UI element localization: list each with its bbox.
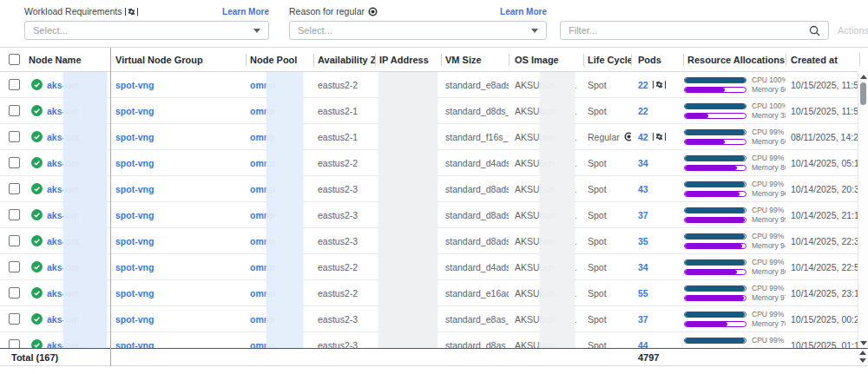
node-pool-link[interactable]: omnp [250, 210, 275, 220]
row-checkbox[interactable] [9, 105, 20, 116]
virtual-node-group-link[interactable]: spot-vng [115, 184, 154, 194]
node-pool-link[interactable]: omnp [250, 236, 275, 246]
node-pool-link[interactable]: omnp [250, 314, 275, 325]
row-checkbox[interactable] [9, 157, 20, 168]
node-name-link[interactable]: aks-om [47, 236, 79, 246]
cpu-label: CPU 99% [752, 336, 784, 344]
scroll-up-arrow[interactable] [860, 75, 867, 79]
virtual-node-group-link[interactable]: spot-vng [115, 340, 154, 349]
node-name-link[interactable]: aks-om [47, 210, 79, 220]
column-resizer-handle[interactable] [859, 53, 860, 66]
pods-count-link[interactable]: 34 [638, 262, 648, 272]
node-name-link[interactable]: aks-om [47, 106, 79, 116]
workload-requirements-select[interactable]: Select... [24, 21, 269, 40]
header-virtual-node-group[interactable]: Virtual Node Group [110, 48, 246, 71]
pods-count-link[interactable]: 37 [638, 210, 648, 220]
scrollbar-thumb[interactable] [860, 82, 866, 105]
search-icon[interactable] [809, 25, 820, 36]
footer-scroll-down-arrow[interactable] [859, 358, 866, 363]
header-vm-size[interactable]: VM Size [441, 48, 509, 71]
node-pool-link[interactable]: omnp [250, 340, 275, 349]
node-name-link[interactable]: aks-om [47, 80, 79, 90]
header-availability-zone[interactable]: Availability Zone [313, 48, 375, 71]
header-life-cycle[interactable]: Life Cycle [583, 48, 631, 71]
workload-learn-more-link[interactable]: Learn More [222, 7, 269, 16]
pods-count-link[interactable]: 55 [638, 288, 648, 299]
pods-cell: 37 [631, 202, 683, 227]
reason-select-placeholder: Select... [298, 25, 332, 36]
reason-learn-more-link[interactable]: Learn More [500, 7, 547, 16]
node-pool-link[interactable]: omnp [250, 184, 275, 194]
os-image-cell: AKSUbun . [509, 254, 583, 279]
os-image-truncated-dot: . [575, 106, 577, 116]
row-checkbox[interactable] [9, 313, 20, 325]
pods-count-link[interactable]: 22 [638, 80, 648, 90]
table-header-row: Node Name Virtual Node Group Node Pool A… [0, 48, 858, 72]
header-resource-allocations[interactable]: Resource Allocations [683, 48, 786, 71]
scroll-down-arrow[interactable] [860, 341, 867, 345]
reason-for-regular-label: Reason for regular [289, 6, 378, 16]
header-pods[interactable]: Pods [631, 48, 683, 71]
node-pool-link[interactable]: omnp [250, 132, 275, 142]
vm-size-cell: standard_d8as_v4 [441, 332, 509, 348]
node-name-link[interactable]: aks-om [47, 340, 79, 349]
node-name-link[interactable]: aks-om [47, 158, 79, 168]
row-checkbox[interactable] [9, 131, 20, 142]
pods-count-link[interactable]: 22 [638, 106, 648, 116]
virtual-node-group-cell: spot-vng [110, 72, 246, 97]
node-pool-link[interactable]: omnp [250, 262, 275, 272]
header-os-image[interactable]: OS Image [509, 48, 583, 71]
virtual-node-group-link[interactable]: spot-vng [115, 80, 154, 90]
pods-count-link[interactable]: 43 [638, 184, 648, 194]
virtual-node-group-link[interactable]: spot-vng [115, 314, 154, 325]
node-name-link[interactable]: aks-om [47, 132, 79, 142]
row-checkbox[interactable] [9, 261, 20, 272]
node-healthy-icon [31, 261, 43, 272]
virtual-node-group-link[interactable]: spot-vng [115, 158, 154, 168]
node-pool-link[interactable]: omnp [250, 80, 275, 90]
pods-count-link[interactable]: 44 [638, 340, 648, 349]
pods-count-link[interactable]: 35 [638, 236, 648, 246]
row-checkbox[interactable] [9, 183, 20, 194]
life-cycle-cell: Regular [583, 124, 631, 149]
header-node-pool[interactable]: Node Pool [246, 48, 313, 71]
row-checkbox[interactable] [9, 235, 20, 246]
pods-count-link[interactable]: 42 [638, 132, 648, 142]
header-ip-address[interactable]: IP Address [375, 48, 441, 71]
vertical-scrollbar[interactable] [858, 72, 868, 348]
header-created-at[interactable]: Created at [786, 48, 858, 71]
node-pool-cell: omnp [246, 176, 313, 201]
pods-count-link[interactable]: 37 [638, 314, 648, 325]
vm-size-cell: standard_d8ds_v6 [441, 98, 509, 123]
select-all-checkbox[interactable] [9, 54, 20, 65]
virtual-node-group-link[interactable]: spot-vng [115, 132, 154, 142]
filter-input[interactable] [561, 25, 809, 36]
memory-bar [684, 87, 746, 93]
footer-scroll-up-arrow[interactable] [859, 351, 866, 355]
virtual-node-group-link[interactable]: spot-vng [115, 106, 154, 116]
actions-button[interactable]: Actions [838, 25, 868, 36]
node-name-link[interactable]: aks-om [47, 314, 79, 325]
workload-gear-icon [125, 8, 138, 16]
availability-zone-cell: eastus2-3 [313, 332, 375, 348]
node-pool-link[interactable]: omnp [250, 106, 275, 116]
node-pool-link[interactable]: omnp [250, 288, 275, 299]
reason-for-regular-select[interactable]: Select... [289, 21, 547, 40]
row-checkbox[interactable] [9, 209, 20, 220]
ip-address-cell [375, 306, 441, 331]
node-pool-link[interactable]: omnp [250, 158, 275, 168]
virtual-node-group-link[interactable]: spot-vng [115, 210, 154, 220]
pods-count-link[interactable]: 34 [638, 158, 648, 168]
row-checkbox[interactable] [9, 79, 20, 90]
node-name-link[interactable]: aks-om [47, 262, 79, 272]
node-name-link[interactable]: aks-om [47, 184, 79, 194]
header-node-name[interactable]: Node Name [29, 48, 110, 71]
row-checkbox[interactable] [9, 287, 20, 299]
os-image-truncated-dot: . [575, 158, 577, 168]
cpu-allocation: CPU 99% [684, 180, 784, 187]
row-checkbox[interactable] [9, 339, 20, 348]
node-name-link[interactable]: aks-om [47, 288, 79, 299]
virtual-node-group-link[interactable]: spot-vng [115, 236, 154, 246]
virtual-node-group-link[interactable]: spot-vng [115, 288, 154, 299]
virtual-node-group-link[interactable]: spot-vng [115, 262, 154, 272]
